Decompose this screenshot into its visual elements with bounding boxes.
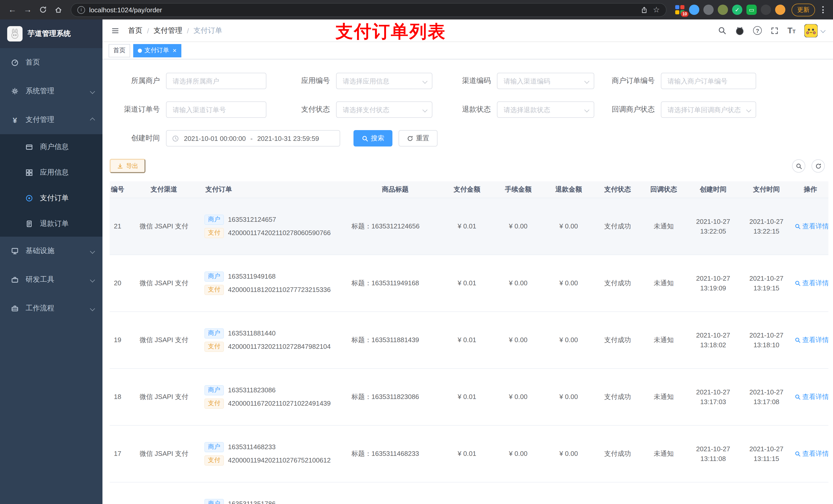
search-button[interactable]: 搜索 [354,130,392,146]
cell-order: 商户1635311351786 支付 [203,482,349,504]
extension-grid-icon[interactable]: 10 [675,5,685,15]
logo-rabbit-icon [7,26,23,42]
url-text[interactable]: localhost:1024/pay/order [89,6,636,14]
merchant-label: 所属商户 [110,76,166,86]
cell-status: 支付成功 [594,425,641,482]
tags-view-bar: 首页 支付订单 × [102,42,833,59]
callback-status-select[interactable] [661,101,756,118]
extension-badge: 10 [681,11,689,17]
col-order: 支付订单 [203,181,349,198]
reload-icon[interactable] [36,3,50,17]
channel-code-select[interactable] [497,73,594,89]
home-icon[interactable] [51,3,66,17]
view-detail-link[interactable]: 查看详情 [794,392,828,401]
cell-notify [641,482,686,504]
cell-status: 支付成功 [594,198,641,255]
yen-icon: ¥ [10,116,20,124]
share-icon[interactable] [640,6,648,14]
app-no-select[interactable] [336,73,432,89]
sidebar-item-home[interactable]: 首页 [0,48,102,77]
merchant-tag: 商户 [205,385,224,395]
create-time-range-picker[interactable]: 2021-10-01 00:00:00 - 2021-10-31 23:59:5… [166,130,340,146]
tab-home[interactable]: 首页 [109,44,130,57]
cell-status: 支付成功 [594,255,641,311]
user-menu[interactable] [804,24,825,37]
extension-olive-icon[interactable] [718,5,728,15]
site-info-icon[interactable]: i [77,6,85,14]
breadcrumb-home[interactable]: 首页 [128,26,142,35]
channel-order-no-input[interactable] [166,101,266,118]
search-icon [794,337,801,343]
profile-avatar-icon[interactable] [775,5,785,15]
export-button[interactable]: 导出 [110,159,145,173]
extension-check-icon[interactable]: ✓ [732,5,742,15]
cell-refund: ¥ 0.00 [544,255,594,311]
view-detail-link[interactable]: 查看详情 [794,335,828,344]
font-size-icon[interactable]: TT [787,26,795,35]
merchant-order-no-input[interactable] [661,73,756,89]
col-status: 支付状态 [594,181,641,198]
browser-menu-icon[interactable] [818,6,828,13]
refund-status-select[interactable] [497,101,594,118]
cell-amount: ¥ 0.01 [441,311,493,368]
col-amount: 支付金额 [441,181,493,198]
payment-submenu: 商户信息 应用信息 支付订单 [0,134,102,237]
extension-pin-icon[interactable] [761,5,771,15]
view-detail-link[interactable]: 查看详情 [794,449,828,458]
sidebar-item-pay-order[interactable]: 支付订单 [0,186,102,211]
cell-order: 商户1635311468233 支付4200001194202110276752… [203,425,349,482]
search-icon [794,393,801,400]
sidebar-item-merchant-info[interactable]: 商户信息 [0,134,102,160]
view-detail-link[interactable]: 查看详情 [794,279,828,288]
cell-notify: 未通知 [641,198,686,255]
extension-chat-icon[interactable]: ▭ [746,5,757,15]
pay-tag: 支付 [205,398,224,408]
sidebar-item-app-info[interactable]: 应用信息 [0,160,102,186]
table-row: 17 微信 JSAPI 支付 商户1635311468233 支付4200001… [110,425,828,482]
cell-order: 商户1635311823086 支付4200001167202110271022… [203,368,349,425]
fullscreen-icon[interactable] [770,26,779,34]
table-row: 18 微信 JSAPI 支付 商户1635311823086 支付4200001… [110,368,828,425]
cell-refund: ¥ 0.00 [544,425,594,482]
merchant-select[interactable] [166,73,266,89]
close-icon[interactable]: × [173,47,176,54]
refund-status-label: 退款状态 [458,105,497,114]
sidebar-item-payment[interactable]: ¥ 支付管理 [0,105,102,134]
view-detail-link[interactable]: 查看详情 [794,221,828,231]
sidebar-toggle-icon[interactable] [111,26,120,34]
cell-fee: ¥ 0.00 [493,198,544,255]
browser-update-button[interactable]: 更新 [791,3,815,16]
forward-icon[interactable]: → [21,3,35,17]
app-logo[interactable]: 芋道管理系统 [0,20,102,48]
sidebar-item-infra[interactable]: 基础设施 [0,237,102,265]
extension-gray-icon[interactable] [704,5,714,15]
extension-drop-icon[interactable] [689,5,699,15]
cell-id: 17 [110,425,125,482]
table-row-partial: 商户1635311351786 支付 [110,482,828,504]
help-icon[interactable]: ? [753,26,762,35]
cell-action: 查看详情 [792,425,828,482]
back-icon[interactable]: ← [5,3,20,17]
tab-pay-order[interactable]: 支付订单 × [133,44,181,57]
cell-amount: ¥ 0.01 [441,255,493,311]
cell-fee: ¥ 0.00 [493,255,544,311]
date-end: 2021-10-31 23:59:59 [257,135,319,142]
sidebar-item-system[interactable]: 系统管理 [0,77,102,105]
bookmark-star-icon[interactable]: ☆ [653,5,660,14]
merchant-tag: 商户 [205,214,224,224]
callback-status-label: 回调商户状态 [606,105,661,114]
cell-create-time: 2021-10-2713:17:03 [686,368,740,425]
breadcrumb-payment[interactable]: 支付管理 [154,26,182,35]
table-refresh-icon[interactable] [811,159,825,173]
github-icon[interactable] [735,26,744,35]
search-icon[interactable] [718,26,727,35]
table-search-toggle-icon[interactable] [792,159,805,173]
channel-order-no-label: 渠道订单号 [110,105,166,114]
sidebar-item-workflow[interactable]: 工作流程 [0,294,102,323]
pay-status-select[interactable] [336,101,432,118]
sidebar-item-devtools[interactable]: 研发工具 [0,265,102,294]
reset-button[interactable]: 重置 [399,130,437,146]
wallet-icon [25,143,34,151]
address-bar[interactable]: i localhost:1024/pay/order ☆ [71,3,667,17]
sidebar-item-refund-order[interactable]: 退款订单 [0,211,102,237]
